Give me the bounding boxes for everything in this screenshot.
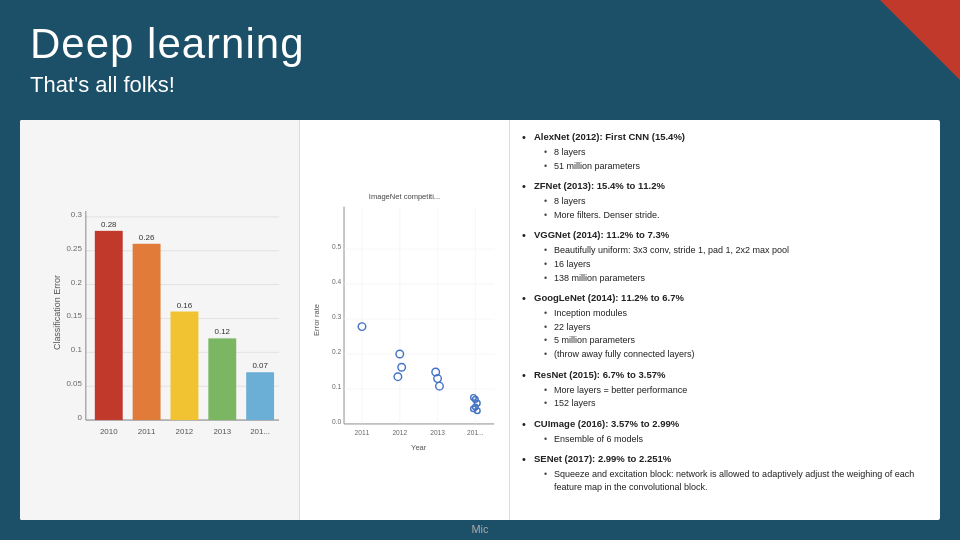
resnet-sub-2: 152 layers	[544, 397, 928, 410]
accent-corner	[880, 0, 960, 80]
svg-text:2011: 2011	[355, 429, 370, 436]
svg-text:0.1: 0.1	[71, 345, 83, 354]
scatter-chart-svg: ImageNet competiti... Error rate Year 0.…	[310, 130, 499, 510]
bullet-resnet: ResNet (2015): 6.7% to 3.57% More layers…	[522, 368, 928, 410]
bullet-zfnet: ZFNet (2013): 15.4% to 11.2% 8 layers Mo…	[522, 179, 928, 221]
scatter-chart-area: ImageNet competiti... Error rate Year 0.…	[300, 120, 510, 520]
svg-text:2013: 2013	[213, 427, 231, 436]
svg-text:0.07: 0.07	[252, 361, 268, 370]
svg-text:0.1: 0.1	[332, 383, 342, 390]
bullet-senet: SENet (2017): 2.99% to 2.251% Squeeze an…	[522, 452, 928, 493]
vggnet-heading: VGGNet (2014): 11.2% to 7.3%	[534, 229, 669, 240]
googlenet-sub-2: 22 layers	[544, 321, 928, 334]
alexnet-sub-2: 51 million parameters	[544, 160, 928, 173]
alexnet-sub: 8 layers 51 million parameters	[534, 146, 928, 172]
svg-text:201...: 201...	[250, 427, 270, 436]
resnet-sub-1: More layers = better performance	[544, 384, 928, 397]
bar-2012	[170, 312, 198, 421]
svg-text:0.2: 0.2	[71, 278, 83, 287]
bar-2010	[95, 231, 123, 420]
bullet-alexnet: AlexNet (2012): First CNN (15.4%) 8 laye…	[522, 130, 928, 172]
vggnet-sub: Beautifully uniform: 3x3 conv, stride 1,…	[534, 244, 928, 284]
bullet-cuimage: CUImage (2016): 3.57% to 2.99% Ensemble …	[522, 417, 928, 446]
bar-2013	[208, 338, 236, 420]
senet-heading: SENet (2017): 2.99% to 2.251%	[534, 453, 671, 464]
svg-text:0.26: 0.26	[139, 233, 155, 242]
bar-2011	[133, 244, 161, 420]
svg-point-53	[398, 363, 406, 371]
vggnet-sub-2: 16 layers	[544, 258, 928, 271]
googlenet-sub-1: Inception modules	[544, 307, 928, 320]
senet-sub: Squeeze and excitation block: network is…	[534, 468, 928, 493]
zfnet-sub-1: 8 layers	[544, 195, 928, 208]
bar-2014	[246, 372, 274, 420]
svg-text:ImageNet competiti...: ImageNet competiti...	[369, 192, 440, 201]
svg-text:2012: 2012	[392, 429, 407, 436]
svg-text:0.4: 0.4	[332, 278, 342, 285]
main-title: Deep learning	[30, 20, 305, 68]
vggnet-sub-3: 138 million parameters	[544, 272, 928, 285]
senet-sub-1: Squeeze and excitation block: network is…	[544, 468, 928, 493]
resnet-sub: More layers = better performance 152 lay…	[534, 384, 928, 410]
svg-text:2013: 2013	[430, 429, 445, 436]
googlenet-sub-3: 5 million parameters	[544, 334, 928, 347]
svg-text:Error rate: Error rate	[312, 304, 321, 336]
svg-text:Year: Year	[411, 443, 427, 452]
slide: Deep learning That's all folks! Classifi…	[0, 0, 960, 540]
svg-text:0: 0	[77, 413, 82, 422]
alexnet-sub-1: 8 layers	[544, 146, 928, 159]
bar-chart-svg: Classification Error 0 0.05 0.1 0.15 0.2…	[50, 135, 289, 490]
cuimage-sub: Ensemble of 6 models	[534, 433, 928, 446]
svg-text:0.12: 0.12	[215, 327, 231, 336]
svg-text:Classification Error: Classification Error	[52, 275, 62, 350]
svg-text:0.25: 0.25	[66, 244, 82, 253]
svg-text:0.3: 0.3	[71, 210, 83, 219]
svg-text:0.0: 0.0	[332, 418, 342, 425]
alexnet-heading: AlexNet (2012): First CNN (15.4%)	[534, 131, 685, 142]
zfnet-sub-2: More filters. Denser stride.	[544, 209, 928, 222]
svg-text:201...: 201...	[467, 429, 484, 436]
svg-text:2011: 2011	[138, 427, 156, 436]
zfnet-heading: ZFNet (2013): 15.4% to 11.2%	[534, 180, 665, 191]
googlenet-heading: GoogLeNet (2014): 11.2% to 6.7%	[534, 292, 684, 303]
subtitle: That's all folks!	[30, 72, 305, 98]
svg-text:0.5: 0.5	[332, 243, 342, 250]
googlenet-sub-4: (throw away fully connected layers)	[544, 348, 928, 361]
bullet-googlenet: GoogLeNet (2014): 11.2% to 6.7% Inceptio…	[522, 291, 928, 360]
svg-text:0.05: 0.05	[66, 379, 82, 388]
text-panel: AlexNet (2012): First CNN (15.4%) 8 laye…	[510, 120, 940, 520]
mic-label: Mic	[471, 523, 488, 535]
bullet-vggnet: VGGNet (2014): 11.2% to 7.3% Beautifully…	[522, 228, 928, 284]
svg-text:0.2: 0.2	[332, 348, 342, 355]
resnet-heading: ResNet (2015): 6.7% to 3.57%	[534, 369, 665, 380]
svg-text:0.28: 0.28	[101, 220, 117, 229]
svg-point-54	[394, 373, 402, 381]
googlenet-sub: Inception modules 22 layers 5 million pa…	[534, 307, 928, 360]
svg-text:0.15: 0.15	[66, 311, 82, 320]
cuimage-sub-1: Ensemble of 6 models	[544, 433, 928, 446]
svg-text:2010: 2010	[100, 427, 118, 436]
vggnet-sub-1: Beautifully uniform: 3x3 conv, stride 1,…	[544, 244, 928, 257]
bar-chart-area: Classification Error 0 0.05 0.1 0.15 0.2…	[20, 120, 300, 520]
svg-text:0.16: 0.16	[177, 301, 193, 310]
bullet-list: AlexNet (2012): First CNN (15.4%) 8 laye…	[522, 130, 928, 494]
cuimage-heading: CUImage (2016): 3.57% to 2.99%	[534, 418, 679, 429]
zfnet-sub: 8 layers More filters. Denser stride.	[534, 195, 928, 221]
title-area: Deep learning That's all folks!	[30, 20, 305, 98]
svg-text:0.3: 0.3	[332, 313, 342, 320]
content-panel: Classification Error 0 0.05 0.1 0.15 0.2…	[20, 120, 940, 520]
svg-text:2012: 2012	[176, 427, 194, 436]
